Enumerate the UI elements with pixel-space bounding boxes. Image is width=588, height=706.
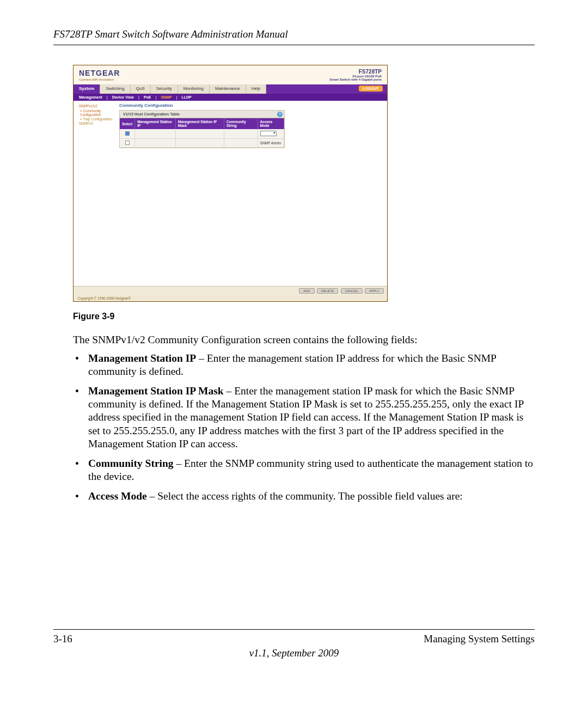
field-term: Access Mode	[88, 490, 147, 502]
cancel-button[interactable]: CANCEL	[341, 288, 363, 294]
row2-access-mode: SNMP Admin	[258, 139, 284, 148]
row2-mgmt-ip-mask[interactable]	[175, 139, 224, 148]
col-mgmt-ip-mask: Management Station IP Mask	[175, 118, 224, 129]
list-item: Management Station IP Mask – Enter the m…	[73, 385, 535, 451]
row1-mgmt-ip[interactable]	[135, 129, 176, 139]
row2-community-string[interactable]	[224, 139, 258, 148]
brand-logo: NETGEAR	[79, 69, 120, 77]
add-button[interactable]: ADD	[299, 288, 315, 294]
table-row	[120, 129, 284, 139]
field-desc: – Select the access rights of the commun…	[147, 490, 463, 502]
main-tabs-row: System Switching QoS Security Monitoring…	[74, 84, 387, 94]
logout-button[interactable]: LOGOUT	[359, 86, 383, 92]
product-model: FS728TP	[329, 69, 382, 75]
intro-paragraph: The SNMPv1/v2 Community Configuration sc…	[73, 333, 535, 346]
row1-mgmt-ip-mask[interactable]	[175, 129, 224, 139]
list-item: Management Station IP – Enter the manage…	[73, 352, 535, 378]
running-header: FS728TP Smart Switch Software Administra…	[53, 28, 535, 45]
tab-security[interactable]: Security	[151, 84, 178, 94]
row1-community-string[interactable]	[224, 129, 258, 139]
sub-tabs-row: Management | Device View | PoE | SNMP | …	[74, 94, 387, 101]
copyright-text: Copyright © 1996-2008 Netgear®	[74, 295, 387, 301]
col-access-mode: Access Mode	[258, 118, 284, 129]
subtab-device-view[interactable]: Device View	[112, 95, 134, 99]
subtab-poe[interactable]: PoE	[144, 95, 151, 99]
page-number: 3-16	[53, 633, 72, 645]
action-footer: ADD DELETE CANCEL APPLY	[74, 286, 387, 295]
page-footer: 3-16 Managing System Settings v1.1, Sept…	[53, 629, 535, 659]
help-icon[interactable]: ?	[277, 112, 283, 117]
side-nav: · SNMPv1/v2 » Community Configuration » …	[74, 101, 116, 286]
table-row: SNMP Admin	[120, 139, 284, 148]
tab-qos[interactable]: QoS	[131, 84, 151, 94]
figure-caption: Figure 3-9	[73, 312, 535, 321]
field-term: Community String	[88, 458, 174, 469]
row1-access-mode-select[interactable]	[260, 131, 277, 136]
figure-screenshot: NETGEAR Connect with Innovation FS728TP …	[73, 65, 388, 302]
host-config-table: Select Management Station IP Management …	[120, 118, 284, 148]
delete-button[interactable]: DELETE	[317, 288, 338, 294]
subtab-snmp[interactable]: SNMP	[161, 95, 171, 99]
tab-system[interactable]: System	[74, 84, 100, 94]
field-term: Management Station IP Mask	[88, 385, 224, 397]
brand-bar: NETGEAR Connect with Innovation FS728TP …	[74, 65, 387, 84]
footer-version: v1.1, September 2009	[53, 647, 535, 659]
list-item: Access Mode – Select the access rights o…	[73, 490, 535, 503]
tab-maintenance[interactable]: Maintenance	[210, 84, 246, 94]
field-list: Management Station IP – Enter the manage…	[73, 352, 535, 503]
tab-switching[interactable]: Switching	[100, 84, 130, 94]
product-sub2: Smart Switch with 4 Gigabit ports	[329, 78, 382, 81]
tab-monitoring[interactable]: Monitoring	[178, 84, 210, 94]
tab-help[interactable]: Help	[246, 84, 266, 94]
row2-mgmt-ip[interactable]	[135, 139, 176, 148]
config-panel: V1/V2 Host Configuration Table ? Select …	[119, 110, 285, 148]
list-item: Community String – Enter the SNMP commun…	[73, 457, 535, 483]
col-select: Select	[120, 118, 135, 129]
panel-heading: V1/V2 Host Configuration Table ?	[120, 111, 284, 118]
panel-title: Community Configuration	[119, 103, 384, 108]
apply-button[interactable]: APPLY	[365, 288, 384, 294]
nav-snmpv3[interactable]: · SNMPv3	[77, 121, 116, 125]
content-area: Community Configuration V1/V2 Host Confi…	[116, 101, 387, 286]
row1-checkbox[interactable]	[125, 131, 130, 136]
subtab-management[interactable]: Management	[79, 95, 102, 99]
row2-checkbox[interactable]	[125, 141, 130, 145]
nav-snmpv1v2[interactable]: · SNMPv1/v2	[77, 104, 116, 108]
brand-tagline: Connect with Innovation	[79, 78, 120, 81]
footer-section: Managing System Settings	[424, 633, 535, 645]
col-community-string: Community String	[224, 118, 258, 129]
field-term: Management Station IP	[88, 352, 196, 364]
subtab-lldp[interactable]: LLDP	[182, 95, 192, 99]
col-mgmt-ip: Management Station IP	[135, 118, 176, 129]
nav-community-config[interactable]: » Community Configuration	[77, 109, 116, 117]
nav-trap-config[interactable]: » Trap Configuration	[77, 117, 116, 121]
